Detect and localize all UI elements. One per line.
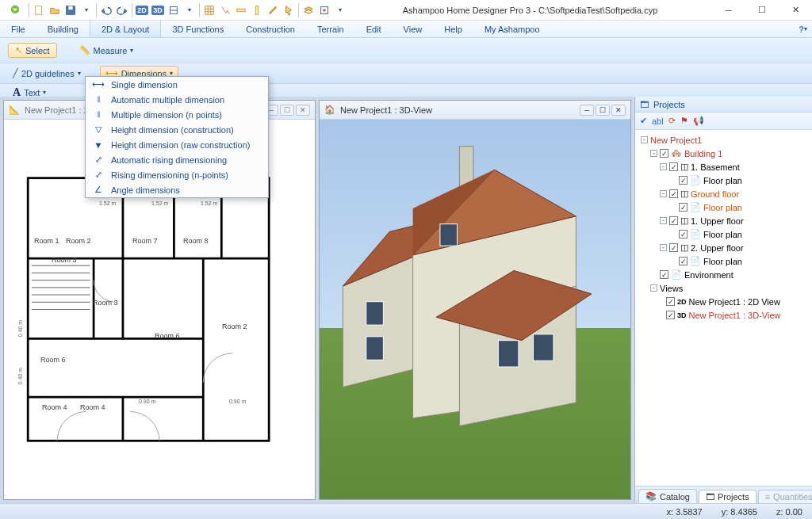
checkbox[interactable]: ✓ (669, 243, 678, 252)
pointer-icon[interactable] (281, 2, 297, 19)
maximize-button[interactable]: ☐ (745, 0, 779, 21)
layers-icon[interactable] (301, 2, 316, 19)
dropdown2-icon[interactable]: ▾ (182, 2, 197, 19)
tree-toggle[interactable]: - (650, 150, 657, 157)
ruler-v-icon[interactable] (249, 2, 265, 19)
guidelines-button[interactable]: ╱ 2D guidelines ▾ (8, 67, 86, 80)
filter-icon[interactable] (316, 2, 332, 19)
menu-bar: File Building 2D & Layout 3D Functions C… (0, 21, 812, 38)
tree-toggle[interactable]: - (650, 284, 657, 292)
undo-icon[interactable] (98, 2, 114, 19)
dimensions-dropdown: ⟷Single dimension ⫴Automatic multiple di… (85, 76, 269, 198)
checkbox[interactable]: ✓ (679, 230, 688, 239)
view-close[interactable]: ✕ (296, 105, 310, 116)
menu-3d-functions[interactable]: 3D Functions (161, 21, 235, 37)
checkbox[interactable]: ✓ (666, 297, 675, 306)
checkbox[interactable]: ✓ (669, 216, 678, 225)
tree-toggle[interactable]: - (660, 163, 667, 170)
tree-floor[interactable]: Ground floor (691, 189, 739, 199)
checkbox[interactable]: ✓ (660, 270, 668, 279)
dd-single-dimension[interactable]: ⟷Single dimension (86, 77, 268, 92)
menu-help[interactable]: Help (433, 21, 473, 37)
measure-button[interactable]: 📏 Measure ▾ (73, 44, 140, 57)
checkbox[interactable]: ✓ (660, 149, 668, 158)
menu-file[interactable]: File (0, 21, 36, 37)
announce-icon[interactable]: 📢 (693, 116, 704, 126)
tree-view-item[interactable]: New Project1 : 3D-View (689, 311, 781, 320)
tree-plan[interactable]: Floor plan (703, 230, 742, 239)
dd-auto-rising[interactable]: ⤢Automatic rising dimensioning (86, 152, 268, 167)
checkbox[interactable]: ✓ (679, 176, 688, 185)
view-maximize[interactable]: ☐ (280, 105, 294, 116)
dim-height-icon: ▽ (92, 124, 105, 135)
menu-view[interactable]: View (393, 21, 434, 37)
select-button[interactable]: ↖ Select (8, 43, 57, 58)
checkbox[interactable]: ✓ (669, 189, 678, 198)
grid-icon[interactable] (201, 2, 217, 19)
checkbox[interactable]: ✓ (669, 162, 678, 171)
dd-angle[interactable]: ∠Angle dimensions (86, 182, 268, 197)
save-icon[interactable] (63, 2, 79, 19)
tree-view-item[interactable]: New Project1 : 2D View (689, 297, 780, 307)
tree-floor[interactable]: 1. Upper floor (691, 216, 744, 226)
view-maximize[interactable]: ☐ (596, 105, 610, 116)
ruler-diag-icon[interactable] (265, 2, 281, 19)
checkbox[interactable]: ✓ (679, 203, 688, 212)
dropdown3-icon[interactable]: ▾ (332, 2, 348, 19)
projects-header: 🗔 Projects (635, 97, 812, 113)
ruler-h-icon[interactable] (233, 2, 249, 19)
new-icon[interactable] (31, 2, 47, 19)
chevron-down-icon: ▾ (43, 89, 46, 96)
checkbox[interactable]: ✓ (679, 257, 688, 265)
dd-rising-npoints[interactable]: ⤢Rising dimensioning (n-points) (86, 167, 268, 182)
cursor-snap-icon[interactable] (217, 2, 233, 19)
minimize-button[interactable]: ─ (712, 0, 745, 21)
view-3d-canvas[interactable] (320, 120, 630, 499)
tree-building[interactable]: Building 1 (684, 149, 722, 158)
tree-toggle[interactable]: - (660, 190, 667, 197)
tree-plan[interactable]: Floor plan (703, 176, 742, 185)
section-icon[interactable] (166, 2, 182, 19)
dd-auto-multiple[interactable]: ⫴Automatic multiple dimension (86, 92, 268, 107)
menu-2d-layout[interactable]: 2D & Layout (90, 21, 162, 37)
tree-toggle[interactable]: - (660, 217, 667, 224)
checkbox[interactable]: ✓ (666, 311, 675, 319)
tree-toggle[interactable]: - (660, 244, 667, 251)
svg-rect-39 (498, 341, 518, 367)
tree-floor[interactable]: 1. Basement (691, 162, 740, 172)
tree-plan[interactable]: Floor plan (703, 257, 742, 266)
tab-quantities[interactable]: ≡Quantities (758, 490, 812, 503)
tree-root[interactable]: New Project1 (650, 135, 702, 145)
open-icon[interactable] (47, 2, 63, 19)
dd-multiple-npoints[interactable]: ⫴Multiple dimension (n points) (86, 107, 268, 122)
dd-height-raw[interactable]: ▼Height dimension (raw construction) (86, 137, 268, 152)
close-button[interactable]: ✕ (779, 0, 812, 21)
tree-environment[interactable]: Environment (684, 270, 733, 280)
menu-my-ashampoo[interactable]: My Ashampoo (473, 21, 551, 37)
rename-icon[interactable]: abl (652, 116, 664, 126)
check-icon[interactable]: ✔ (640, 116, 647, 126)
dropdown-icon[interactable]: ▾ (79, 2, 94, 19)
tree-floor[interactable]: 2. Upper floor (691, 243, 744, 253)
refresh-icon[interactable]: ⟳ (668, 116, 676, 126)
dd-height-construction[interactable]: ▽Height dimension (construction) (86, 122, 268, 137)
menu-building[interactable]: Building (36, 21, 90, 37)
view-minimize[interactable]: ─ (580, 105, 594, 116)
menu-construction[interactable]: Construction (235, 21, 306, 37)
room-label: Room 2 (66, 237, 91, 245)
tab-projects[interactable]: 🗔Projects (699, 490, 756, 503)
tree-plan[interactable]: Floor plan (703, 203, 742, 212)
tab-catalog[interactable]: 📚Catalog (638, 489, 697, 503)
2d-badge-icon[interactable]: 2D (134, 2, 150, 19)
3d-badge-icon[interactable]: 3D (150, 2, 166, 19)
flag-icon[interactable]: ⚑ (680, 116, 688, 126)
redo-icon[interactable] (114, 2, 130, 19)
menu-terrain[interactable]: Terrain (306, 21, 355, 37)
tree-toggle[interactable]: - (641, 136, 648, 143)
projects-tree[interactable]: -New Project1 -✓🏘️Building 1 -✓◫1. Basem… (635, 130, 812, 486)
menu-edit[interactable]: Edit (355, 21, 393, 37)
view-3d-title[interactable]: 🏠 New Project1 : 3D-View ─ ☐ ✕ (320, 101, 630, 120)
tree-views[interactable]: Views (660, 284, 683, 293)
view-close[interactable]: ✕ (611, 105, 626, 116)
help-icon[interactable]: ? ▾ (799, 21, 812, 37)
